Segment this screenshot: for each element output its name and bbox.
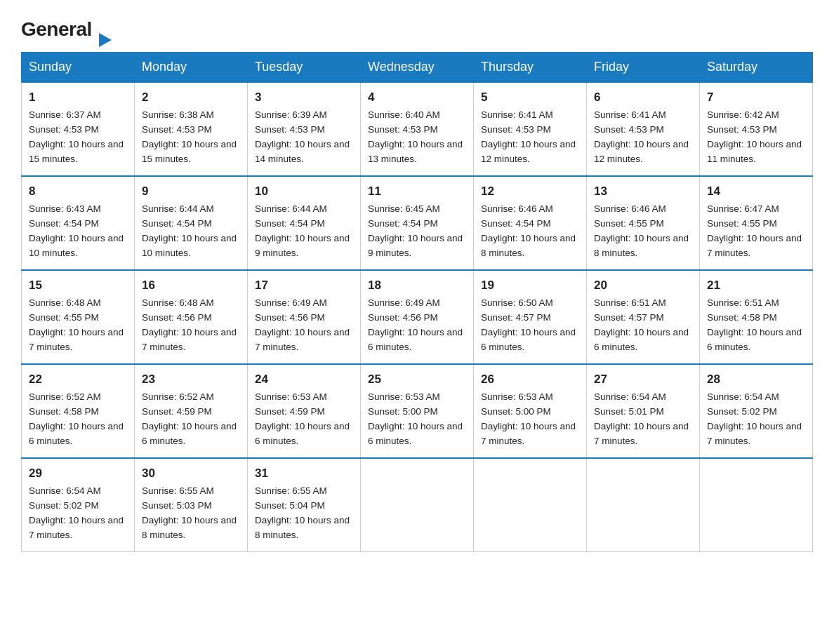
calendar-cell: 28Sunrise: 6:54 AMSunset: 5:02 PMDayligh… xyxy=(700,364,813,458)
daylight-text: Daylight: 10 hours and 6 minutes. xyxy=(368,421,463,446)
col-header-sunday: Sunday xyxy=(22,53,135,83)
sunrise-text: Sunrise: 6:54 AM xyxy=(29,485,101,496)
day-number: 1 xyxy=(29,88,127,107)
daylight-text: Daylight: 10 hours and 8 minutes. xyxy=(481,233,576,258)
sunset-text: Sunset: 4:57 PM xyxy=(481,312,551,323)
sunrise-text: Sunrise: 6:54 AM xyxy=(707,391,779,402)
day-number: 26 xyxy=(481,370,579,389)
sunset-text: Sunset: 4:55 PM xyxy=(707,218,777,229)
daylight-text: Daylight: 10 hours and 7 minutes. xyxy=(29,515,124,540)
calendar-cell: 31Sunrise: 6:55 AMSunset: 5:04 PMDayligh… xyxy=(248,458,361,552)
svg-marker-0 xyxy=(99,33,112,47)
day-number: 29 xyxy=(29,464,127,483)
calendar-cell: 30Sunrise: 6:55 AMSunset: 5:03 PMDayligh… xyxy=(135,458,248,552)
sunrise-text: Sunrise: 6:37 AM xyxy=(29,109,101,120)
sunrise-text: Sunrise: 6:51 AM xyxy=(594,297,666,308)
sunset-text: Sunset: 4:56 PM xyxy=(255,312,325,323)
sunset-text: Sunset: 5:00 PM xyxy=(368,406,438,417)
sunset-text: Sunset: 4:53 PM xyxy=(707,124,777,135)
calendar-cell: 14Sunrise: 6:47 AMSunset: 4:55 PMDayligh… xyxy=(700,176,813,270)
day-number: 20 xyxy=(594,276,692,295)
daylight-text: Daylight: 10 hours and 12 minutes. xyxy=(481,139,576,164)
day-number: 9 xyxy=(142,182,240,201)
daylight-text: Daylight: 10 hours and 15 minutes. xyxy=(29,139,124,164)
page-header: General xyxy=(21,14,813,39)
day-number: 27 xyxy=(594,370,692,389)
col-header-thursday: Thursday xyxy=(474,53,587,83)
day-number: 15 xyxy=(29,276,127,295)
day-number: 13 xyxy=(594,182,692,201)
day-number: 11 xyxy=(368,182,466,201)
sunset-text: Sunset: 4:54 PM xyxy=(255,218,325,229)
col-header-saturday: Saturday xyxy=(700,53,813,83)
sunrise-text: Sunrise: 6:44 AM xyxy=(142,203,214,214)
sunset-text: Sunset: 4:53 PM xyxy=(29,124,99,135)
daylight-text: Daylight: 10 hours and 6 minutes. xyxy=(142,421,237,446)
calendar-week-row: 29Sunrise: 6:54 AMSunset: 5:02 PMDayligh… xyxy=(22,458,813,552)
calendar-week-row: 22Sunrise: 6:52 AMSunset: 4:58 PMDayligh… xyxy=(22,364,813,458)
sunrise-text: Sunrise: 6:41 AM xyxy=(481,109,553,120)
day-number: 23 xyxy=(142,370,240,389)
col-header-wednesday: Wednesday xyxy=(361,53,474,83)
daylight-text: Daylight: 10 hours and 7 minutes. xyxy=(481,421,576,446)
daylight-text: Daylight: 10 hours and 10 minutes. xyxy=(29,233,124,258)
sunset-text: Sunset: 4:55 PM xyxy=(29,312,99,323)
calendar-cell: 18Sunrise: 6:49 AMSunset: 4:56 PMDayligh… xyxy=(361,270,474,364)
calendar-cell: 22Sunrise: 6:52 AMSunset: 4:58 PMDayligh… xyxy=(22,364,135,458)
calendar-table: SundayMondayTuesdayWednesdayThursdayFrid… xyxy=(21,52,813,552)
day-number: 19 xyxy=(481,276,579,295)
day-number: 18 xyxy=(368,276,466,295)
daylight-text: Daylight: 10 hours and 6 minutes. xyxy=(594,327,689,352)
sunset-text: Sunset: 4:53 PM xyxy=(481,124,551,135)
sunset-text: Sunset: 4:57 PM xyxy=(594,312,664,323)
sunset-text: Sunset: 4:54 PM xyxy=(142,218,212,229)
calendar-cell: 2Sunrise: 6:38 AMSunset: 4:53 PMDaylight… xyxy=(135,82,248,176)
daylight-text: Daylight: 10 hours and 9 minutes. xyxy=(368,233,463,258)
sunrise-text: Sunrise: 6:51 AM xyxy=(707,297,779,308)
day-number: 10 xyxy=(255,182,353,201)
day-number: 17 xyxy=(255,276,353,295)
daylight-text: Daylight: 10 hours and 7 minutes. xyxy=(142,327,237,352)
daylight-text: Daylight: 10 hours and 8 minutes. xyxy=(255,515,350,540)
calendar-cell: 21Sunrise: 6:51 AMSunset: 4:58 PMDayligh… xyxy=(700,270,813,364)
sunrise-text: Sunrise: 6:49 AM xyxy=(255,297,327,308)
sunset-text: Sunset: 4:54 PM xyxy=(481,218,551,229)
day-number: 12 xyxy=(481,182,579,201)
sunrise-text: Sunrise: 6:50 AM xyxy=(481,297,553,308)
daylight-text: Daylight: 10 hours and 14 minutes. xyxy=(255,139,350,164)
calendar-cell xyxy=(361,458,474,552)
sunrise-text: Sunrise: 6:52 AM xyxy=(142,391,214,402)
day-number: 21 xyxy=(707,276,805,295)
daylight-text: Daylight: 10 hours and 6 minutes. xyxy=(481,327,576,352)
daylight-text: Daylight: 10 hours and 6 minutes. xyxy=(707,327,802,352)
sunrise-text: Sunrise: 6:43 AM xyxy=(29,203,101,214)
calendar-cell: 25Sunrise: 6:53 AMSunset: 5:00 PMDayligh… xyxy=(361,364,474,458)
day-number: 8 xyxy=(29,182,127,201)
daylight-text: Daylight: 10 hours and 11 minutes. xyxy=(707,139,802,164)
day-number: 4 xyxy=(368,88,466,107)
sunrise-text: Sunrise: 6:55 AM xyxy=(142,485,214,496)
sunrise-text: Sunrise: 6:54 AM xyxy=(594,391,666,402)
sunrise-text: Sunrise: 6:55 AM xyxy=(255,485,327,496)
calendar-week-row: 1Sunrise: 6:37 AMSunset: 4:53 PMDaylight… xyxy=(22,82,813,176)
daylight-text: Daylight: 10 hours and 6 minutes. xyxy=(368,327,463,352)
calendar-cell: 6Sunrise: 6:41 AMSunset: 4:53 PMDaylight… xyxy=(587,82,700,176)
col-header-tuesday: Tuesday xyxy=(248,53,361,83)
calendar-week-row: 8Sunrise: 6:43 AMSunset: 4:54 PMDaylight… xyxy=(22,176,813,270)
sunrise-text: Sunrise: 6:41 AM xyxy=(594,109,666,120)
day-number: 16 xyxy=(142,276,240,295)
sunset-text: Sunset: 4:55 PM xyxy=(594,218,664,229)
daylight-text: Daylight: 10 hours and 7 minutes. xyxy=(255,327,350,352)
sunset-text: Sunset: 4:53 PM xyxy=(594,124,664,135)
daylight-text: Daylight: 10 hours and 7 minutes. xyxy=(29,327,124,352)
calendar-cell: 12Sunrise: 6:46 AMSunset: 4:54 PMDayligh… xyxy=(474,176,587,270)
calendar-cell: 29Sunrise: 6:54 AMSunset: 5:02 PMDayligh… xyxy=(22,458,135,552)
sunrise-text: Sunrise: 6:48 AM xyxy=(29,297,101,308)
sunrise-text: Sunrise: 6:49 AM xyxy=(368,297,440,308)
sunrise-text: Sunrise: 6:45 AM xyxy=(368,203,440,214)
sunset-text: Sunset: 4:59 PM xyxy=(142,406,212,417)
calendar-cell: 5Sunrise: 6:41 AMSunset: 4:53 PMDaylight… xyxy=(474,82,587,176)
calendar-cell: 27Sunrise: 6:54 AMSunset: 5:01 PMDayligh… xyxy=(587,364,700,458)
daylight-text: Daylight: 10 hours and 8 minutes. xyxy=(142,515,237,540)
day-number: 30 xyxy=(142,464,240,483)
